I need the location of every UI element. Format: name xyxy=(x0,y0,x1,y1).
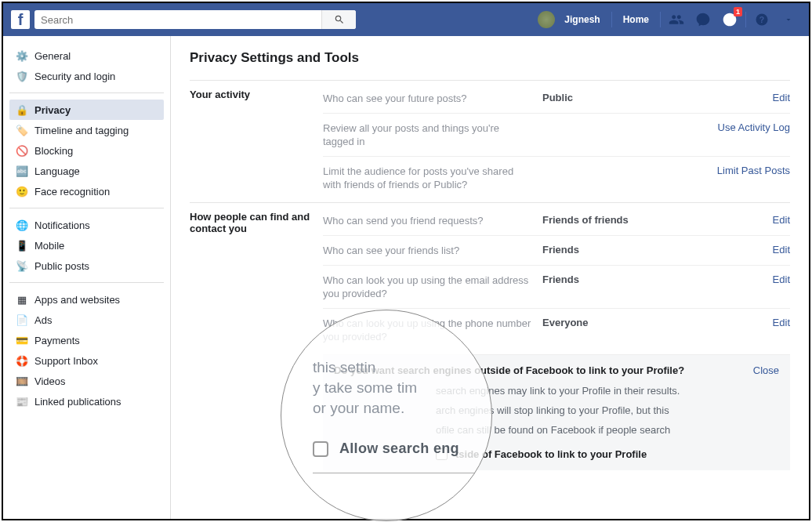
sidebar-item-label: Blocking xyxy=(34,145,73,157)
sidebar-item-label: Language xyxy=(34,165,80,177)
sidebar-item-face[interactable]: 🙂Face recognition xyxy=(9,181,164,201)
sidebar-item-videos[interactable]: 🎞️Videos xyxy=(9,371,164,391)
sidebar-item-apps[interactable]: ▦Apps and websites xyxy=(9,289,164,310)
main-content: Privacy Settings and Tools Your activity… xyxy=(170,36,809,519)
sidebar-item-label: Linked publications xyxy=(34,396,121,408)
sidebar-item-timeline[interactable]: 🏷️Timeline and tagging xyxy=(9,120,164,140)
sidebar-item-label: Timeline and tagging xyxy=(34,125,129,136)
dropdown-icon[interactable] xyxy=(779,10,798,29)
allow-search-checkbox[interactable] xyxy=(436,448,448,460)
edit-link[interactable]: Edit xyxy=(773,92,790,105)
sidebar-item-mobile[interactable]: 📱Mobile xyxy=(9,235,164,256)
sidebar-item-payments[interactable]: 💳Payments xyxy=(9,330,164,350)
video-icon: 🎞️ xyxy=(16,375,28,387)
edit-link[interactable]: Edit xyxy=(773,274,790,300)
mobile-icon: 📱 xyxy=(16,239,28,252)
home-link[interactable]: Home xyxy=(615,9,657,31)
sidebar-item-label: Support Inbox xyxy=(34,355,98,367)
block-icon: 🚫 xyxy=(16,144,28,157)
setting-description: arch engines will stop linking to your P… xyxy=(436,404,779,417)
avatar[interactable] xyxy=(538,11,555,28)
setting-value: Everyone xyxy=(542,317,668,343)
sidebar-item-label: Public posts xyxy=(34,260,89,272)
sidebar-item-support[interactable]: 🛟Support Inbox xyxy=(9,350,164,371)
sidebar-item-blocking[interactable]: 🚫Blocking xyxy=(9,140,164,161)
search-icon xyxy=(334,14,345,25)
help-icon[interactable]: ? xyxy=(752,10,771,29)
setting-value: Friends xyxy=(542,244,668,257)
setting-value: Friends xyxy=(542,274,668,300)
setting-question: Limit the audience for posts you've shar… xyxy=(323,165,542,191)
section-label: How people can find and contact you xyxy=(190,211,323,470)
sidebar-item-general[interactable]: ⚙️General xyxy=(9,45,164,66)
apps-icon: ▦ xyxy=(16,293,28,306)
language-icon: 🔤 xyxy=(16,165,28,177)
section-label: Your activity xyxy=(190,89,323,199)
sidebar-item-label: Videos xyxy=(34,375,66,387)
setting-row: Who can see your friends list? Friends E… xyxy=(323,235,790,265)
sidebar-item-linked-pub[interactable]: 📰Linked publications xyxy=(9,391,164,411)
globe-icon: 🌐 xyxy=(16,219,28,231)
profile-link[interactable]: Jignesh xyxy=(556,9,607,31)
header: f Jignesh Home 1 ? xyxy=(3,3,809,36)
sidebar-item-security[interactable]: 🛡️Security and login xyxy=(9,66,164,86)
setting-value: Public xyxy=(542,92,668,105)
edit-link[interactable]: Edit xyxy=(773,244,790,257)
setting-row: Who can see your future posts? Public Ed… xyxy=(323,89,790,113)
sidebar-item-notifications[interactable]: 🌐Notifications xyxy=(9,215,164,235)
sidebar-item-language[interactable]: 🔤Language xyxy=(9,161,164,181)
search-input[interactable] xyxy=(34,14,321,26)
setting-description: search engines may link to your Profile … xyxy=(436,384,779,397)
sidebar-item-label: Apps and websites xyxy=(34,294,120,306)
life-ring-icon: 🛟 xyxy=(16,354,28,367)
setting-question: Review all your posts and things you're … xyxy=(323,121,542,148)
sidebar-item-ads[interactable]: 📄Ads xyxy=(9,310,164,330)
sidebar-item-label: Security and login xyxy=(34,71,115,82)
friend-requests-icon[interactable] xyxy=(667,10,686,29)
edit-link[interactable]: Edit xyxy=(773,317,790,343)
section-your-activity: Your activity Who can see your future po… xyxy=(190,80,790,199)
sidebar-item-label: Privacy xyxy=(34,104,71,116)
setting-description: ofile can still be found on Facebook if … xyxy=(436,423,779,437)
sidebar-item-label: Notifications xyxy=(34,219,90,231)
checkbox-label: tside of Facebook to link to your Profil… xyxy=(455,448,647,461)
setting-question: Who can look you up using the email addr… xyxy=(323,274,542,300)
face-icon: 🙂 xyxy=(16,185,28,198)
sidebar-item-label: General xyxy=(34,50,71,62)
setting-question: Who can see your friends list? xyxy=(323,244,542,257)
shield-icon: 🛡️ xyxy=(16,70,28,82)
sidebar-item-label: Face recognition xyxy=(34,186,110,198)
ads-icon: 📄 xyxy=(16,314,28,326)
expanded-setting: Do you want search engines outside of Fa… xyxy=(323,354,790,470)
facebook-logo[interactable]: f xyxy=(11,10,30,29)
setting-row: Review all your posts and things you're … xyxy=(323,113,790,156)
gear-icon: ⚙️ xyxy=(16,49,28,62)
setting-value: Friends of friends xyxy=(542,214,668,227)
limit-posts-link[interactable]: Limit Past Posts xyxy=(717,165,790,191)
messages-icon[interactable] xyxy=(694,10,712,29)
setting-question: Who can send you friend requests? xyxy=(323,214,542,227)
close-link[interactable]: Close xyxy=(753,364,779,376)
search-button[interactable] xyxy=(321,10,356,29)
sidebar: ⚙️General 🛡️Security and login 🔒Privacy … xyxy=(3,36,170,519)
setting-row: Who can look you up using the email addr… xyxy=(323,265,790,308)
lock-icon: 🔒 xyxy=(16,103,28,116)
activity-log-link[interactable]: Use Activity Log xyxy=(718,121,791,148)
edit-link[interactable]: Edit xyxy=(773,214,790,227)
search-bar xyxy=(34,10,356,29)
tag-icon: 🏷️ xyxy=(16,124,28,136)
setting-row: Who can send you friend requests? Friend… xyxy=(323,211,790,235)
notifications-icon[interactable]: 1 xyxy=(720,10,739,29)
rss-icon: 📡 xyxy=(16,259,28,272)
sidebar-item-label: Payments xyxy=(34,335,80,346)
setting-question: Who can see your future posts? xyxy=(323,92,542,105)
sidebar-item-label: Ads xyxy=(34,314,52,326)
sidebar-item-public-posts[interactable]: 📡Public posts xyxy=(9,256,164,276)
notification-badge: 1 xyxy=(734,7,742,16)
sidebar-item-label: Mobile xyxy=(34,240,64,252)
setting-row: Limit the audience for posts you've shar… xyxy=(323,156,790,199)
setting-row: Who can look you up using the phone numb… xyxy=(323,308,790,351)
setting-question: Do you want search engines outside of Fa… xyxy=(334,364,753,376)
sidebar-item-privacy[interactable]: 🔒Privacy xyxy=(9,100,164,120)
setting-question: Who can look you up using the phone numb… xyxy=(323,317,542,343)
